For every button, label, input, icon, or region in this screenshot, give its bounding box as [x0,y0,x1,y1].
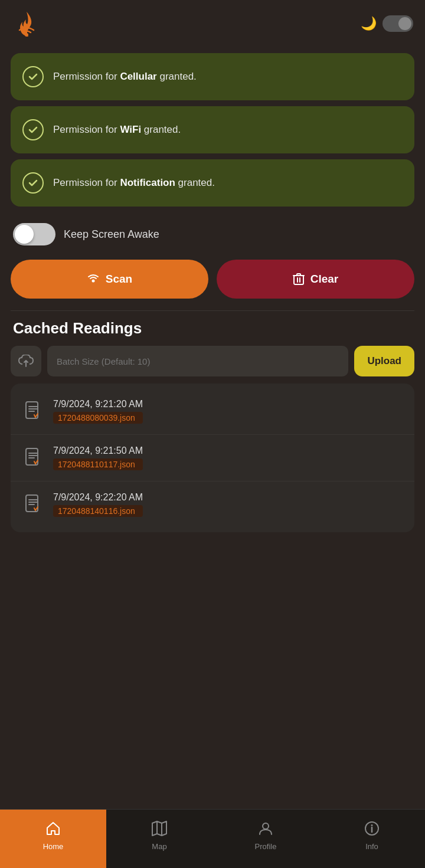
svg-point-1 [91,280,94,283]
cached-readings-title: Cached Readings [0,313,425,346]
file-icon-2 [22,447,44,469]
wifi-check-icon [22,119,44,140]
profile-label: Profile [255,842,277,851]
notification-check-icon [22,172,44,194]
permission-cellular-card: Permission for Cellular granted. [11,53,414,100]
home-icon [45,821,61,840]
file-name-1: 1720488080039.json [53,412,143,424]
header: 🌙 [0,0,425,47]
app-logo [12,9,41,38]
permission-wifi-card: Permission for WiFi granted. [11,106,414,153]
permission-notification-card: Permission for Notification granted. [11,159,414,207]
screen-awake-toggle[interactable] [13,223,55,245]
batch-size-input[interactable] [47,346,348,376]
upload-row: Upload [11,346,414,376]
nav-profile[interactable]: Profile [212,810,319,868]
svg-rect-2 [294,276,303,284]
file-info-3: 7/9/2024, 9:22:20 AM 1720488140116.json [53,492,143,517]
moon-icon: 🌙 [361,16,377,31]
header-controls: 🌙 [361,15,413,32]
map-icon [152,821,167,840]
nav-map[interactable]: Map [106,810,212,868]
bottom-nav: Home Map Profile Info [0,809,425,868]
file-info-1: 7/9/2024, 9:21:20 AM 1720488080039.json [53,399,143,424]
cellular-permission-text: Permission for Cellular granted. [53,71,197,83]
profile-icon [258,821,273,840]
info-icon [364,821,380,840]
file-name-2: 1720488110117.json [53,458,143,470]
clear-button[interactable]: Clear [217,260,414,299]
scan-wifi-icon [87,273,100,286]
svg-point-0 [25,33,28,37]
nav-home[interactable]: Home [0,810,106,868]
file-name-3: 1720488140116.json [53,505,143,517]
cloud-upload-icon [18,355,34,368]
home-label: Home [43,842,64,851]
upload-icon-box [11,346,41,376]
svg-marker-6 [152,821,166,836]
file-item[interactable]: 7/9/2024, 9:21:50 AM 1720488110117.json [11,435,414,482]
file-date-2: 7/9/2024, 9:21:50 AM [53,446,143,456]
nav-info[interactable]: Info [319,810,425,868]
file-date-1: 7/9/2024, 9:21:20 AM [53,399,143,410]
file-date-3: 7/9/2024, 9:22:20 AM [53,492,143,503]
dark-mode-toggle[interactable] [382,15,413,32]
file-item[interactable]: 7/9/2024, 9:22:20 AM 1720488140116.json [11,482,414,528]
notification-permission-text: Permission for Notification granted. [53,177,215,189]
svg-point-12 [371,824,373,826]
screen-awake-label: Keep Screen Awake [64,228,159,241]
file-list: 7/9/2024, 9:21:20 AM 1720488080039.json … [11,384,414,532]
svg-point-9 [263,823,269,829]
upload-button[interactable]: Upload [354,346,414,376]
map-label: Map [152,842,166,851]
keep-screen-awake-row: Keep Screen Awake [0,212,425,256]
trash-icon [293,273,305,286]
file-icon-1 [22,401,44,422]
file-info-2: 7/9/2024, 9:21:50 AM 1720488110117.json [53,446,143,470]
file-icon-3 [22,494,44,515]
file-item[interactable]: 7/9/2024, 9:21:20 AM 1720488080039.json [11,388,414,435]
divider [11,310,414,311]
scan-button[interactable]: Scan [11,260,208,299]
wifi-permission-text: Permission for WiFi granted. [53,124,181,136]
action-buttons: Scan Clear [11,260,414,299]
cellular-check-icon [22,66,44,87]
info-label: Info [365,842,378,851]
